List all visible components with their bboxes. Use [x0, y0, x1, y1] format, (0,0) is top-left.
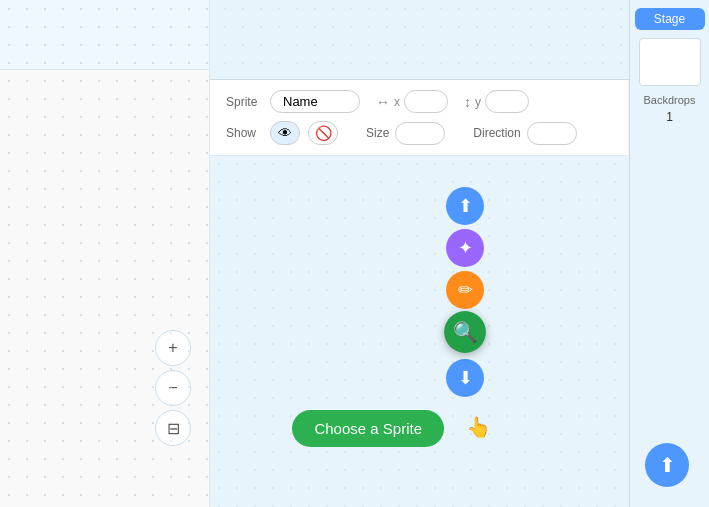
sprite-name-row: Sprite ↔ x ↕ y	[226, 90, 612, 113]
eye-closed-icon: 🚫	[315, 125, 332, 141]
fab-container: ⬆ ✦ ✏ 🔍 ⬇	[446, 187, 484, 397]
upload-sprite-button[interactable]: ⬆	[446, 187, 484, 225]
x-label: x	[394, 95, 400, 109]
bottom-fab-button[interactable]: ⬇	[446, 359, 484, 397]
canvas-top	[0, 0, 709, 80]
surprise-sprite-button[interactable]: ✦	[446, 229, 484, 267]
sprite-area-background	[210, 155, 628, 507]
sprite-name-input[interactable]	[270, 90, 360, 113]
y-coord-group: ↕ y	[464, 90, 529, 113]
paint-sprite-button[interactable]: ✏	[446, 271, 484, 309]
backdrops-label: Backdrops	[644, 94, 696, 106]
backdrops-count: 1	[666, 110, 673, 124]
bottom-right-button[interactable]: ⬆	[645, 443, 689, 487]
x-coord-group: ↔ x	[376, 90, 448, 113]
show-row: Show 👁 🚫 Size Direction	[226, 121, 612, 145]
sprite-list-area	[210, 155, 628, 507]
bottom-right-icon: ⬆	[659, 453, 676, 477]
choose-sprite-button[interactable]: Choose a Sprite	[292, 410, 444, 447]
paint-icon: ✏	[458, 279, 473, 301]
show-hidden-button[interactable]: 🚫	[308, 121, 338, 145]
right-panel: Stage Backdrops 1	[629, 0, 709, 507]
size-input[interactable]	[395, 122, 445, 145]
show-label: Show	[226, 126, 262, 140]
surprise-icon: ✦	[458, 237, 473, 259]
search-icon: 🔍	[453, 320, 477, 344]
direction-group: Direction	[473, 122, 576, 145]
direction-label: Direction	[473, 126, 520, 140]
sprite-label: Sprite	[226, 95, 262, 109]
size-group: Size	[366, 122, 445, 145]
y-arrow-icon: ↕	[464, 94, 471, 110]
eye-open-icon: 👁	[278, 125, 292, 141]
search-sprite-button[interactable]: 🔍	[444, 311, 486, 353]
x-input[interactable]	[404, 90, 448, 113]
direction-input[interactable]	[527, 122, 577, 145]
size-label: Size	[366, 126, 389, 140]
bottom-fab-icon: ⬇	[458, 367, 473, 389]
y-input[interactable]	[485, 90, 529, 113]
y-label: y	[475, 95, 481, 109]
upload-icon: ⬆	[458, 195, 473, 217]
stage-preview[interactable]	[639, 38, 701, 86]
sprite-control-bar: Sprite ↔ x ↕ y Show 👁 🚫 Size Direction	[210, 80, 628, 156]
x-arrow-icon: ↔	[376, 94, 390, 110]
stage-tab[interactable]: Stage	[635, 8, 705, 30]
show-visible-button[interactable]: 👁	[270, 121, 300, 145]
